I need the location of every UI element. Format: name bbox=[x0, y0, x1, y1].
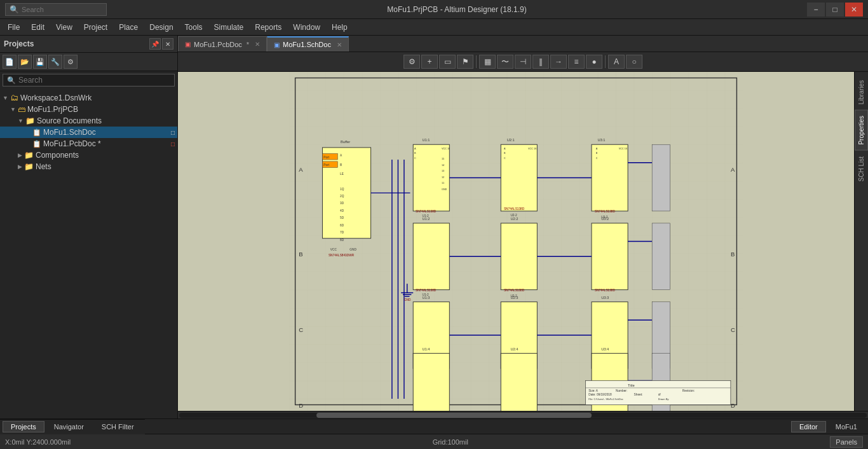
svg-rect-10 bbox=[322, 148, 370, 238]
tree-workspace[interactable]: ▼ 🗂 Workspace1.DsnWrk bbox=[0, 92, 177, 104]
project-label: MoFu1.PrjPCB bbox=[27, 105, 78, 114]
svg-text:GND: GND bbox=[442, 188, 447, 191]
editor-tab-mofu1[interactable]: MoFu1 bbox=[827, 421, 865, 432]
main-layout: Projects 📌 ✕ 📄 📂 💾 🔧 ⚙ 🔍 ▼ 🗂 Workspace1.… bbox=[0, 36, 868, 418]
svg-rect-103 bbox=[652, 144, 670, 211]
svg-text:SN74ALS843DWR: SN74ALS843DWR bbox=[329, 254, 355, 257]
tool-circle[interactable]: ● bbox=[586, 55, 602, 69]
panel-pin-button[interactable]: 📌 bbox=[149, 38, 161, 50]
new-doc-button[interactable]: 📄 bbox=[3, 55, 17, 69]
svg-text:C: C bbox=[731, 326, 735, 333]
menu-window[interactable]: Window bbox=[288, 21, 325, 34]
menu-tools[interactable]: Tools bbox=[180, 21, 208, 34]
svg-text:C: C bbox=[596, 157, 598, 160]
title-search-input[interactable] bbox=[22, 6, 98, 13]
sidebar-tab-properties[interactable]: Properties bbox=[855, 110, 868, 151]
bottom-tab-navigator[interactable]: Navigator bbox=[46, 421, 92, 432]
panel-search-input[interactable] bbox=[18, 76, 170, 85]
svg-text:File: C:\Users\...\MoFu1.SchDo: File: C:\Users\...\MoFu1.SchDoc bbox=[588, 398, 623, 401]
doc-tabs: ▣ MoFu1.PcbDoc * ✕ ▣ MoFu1.SchDoc ✕ bbox=[178, 36, 868, 52]
menu-design[interactable]: Design bbox=[144, 21, 178, 34]
tool-wire[interactable]: 〜 bbox=[497, 55, 513, 69]
close-button[interactable]: ✕ bbox=[845, 3, 863, 17]
svg-text:8D: 8D bbox=[340, 238, 344, 242]
tool-arrow[interactable]: → bbox=[550, 55, 567, 69]
svg-text:U2:4: U2:4 bbox=[510, 347, 518, 351]
schdoc-tab-close[interactable]: ✕ bbox=[337, 41, 342, 48]
pcbdoc-tab-close[interactable]: ✕ bbox=[255, 41, 260, 48]
menu-place[interactable]: Place bbox=[114, 21, 143, 34]
nets-arrow: ▶ bbox=[18, 163, 22, 170]
search-box[interactable]: 🔍 bbox=[3, 74, 175, 86]
svg-text:SN74ALS138D: SN74ALS138D bbox=[416, 210, 437, 213]
tool-parallel[interactable]: ‖ bbox=[532, 55, 549, 69]
svg-text:A: A bbox=[731, 166, 735, 173]
title-bar-search[interactable]: 🔍 bbox=[5, 3, 107, 16]
h-scrollbar-thumb[interactable] bbox=[316, 413, 592, 418]
minimize-button[interactable]: − bbox=[807, 3, 825, 17]
tree-nets[interactable]: ▶ 📁 Nets bbox=[0, 161, 177, 172]
sidebar-tab-libraries[interactable]: Libraries bbox=[855, 74, 868, 110]
tab-schdoc[interactable]: ▣ MoFu1.SchDoc ✕ bbox=[267, 36, 349, 52]
panel-title: Projects bbox=[4, 39, 34, 48]
svg-text:U2:3: U2:3 bbox=[510, 296, 518, 300]
workspace-label: Workspace1.DsnWrk bbox=[20, 93, 92, 102]
tool-bus[interactable]: ⊣ bbox=[515, 55, 531, 69]
menu-view[interactable]: View bbox=[51, 21, 78, 34]
h-scrollbar-track[interactable] bbox=[179, 413, 867, 418]
svg-text:A: A bbox=[299, 166, 303, 173]
menu-reports[interactable]: Reports bbox=[250, 21, 287, 34]
menu-simulate[interactable]: Simulate bbox=[209, 21, 249, 34]
settings-button[interactable]: ⚙ bbox=[64, 55, 78, 69]
svg-text:Title: Title bbox=[628, 383, 635, 387]
tree-project[interactable]: ▼ 🗃 MoFu1.PrjPCB bbox=[0, 104, 177, 115]
workspace-icon: 🗂 bbox=[10, 93, 18, 102]
bottom-tab-projects[interactable]: Projects bbox=[3, 421, 44, 432]
tree-source-documents[interactable]: ▼ 📁 Source Documents bbox=[0, 115, 177, 127]
tool-rect[interactable]: ▭ bbox=[439, 55, 456, 69]
folder-icon: 📁 bbox=[25, 116, 35, 125]
menu-file[interactable]: File bbox=[3, 21, 25, 34]
editor-tab-editor[interactable]: Editor bbox=[791, 421, 826, 432]
tool-grid[interactable]: ▦ bbox=[479, 55, 496, 69]
tree-pcbdoc[interactable]: 📋 MoFu1.PcbDoc * □ bbox=[0, 138, 177, 149]
panels-button[interactable]: Panels bbox=[830, 436, 863, 448]
tab-pcbdoc[interactable]: ▣ MoFu1.PcbDoc * ✕ bbox=[178, 36, 267, 52]
menu-edit[interactable]: Edit bbox=[26, 21, 50, 34]
tool-text[interactable]: A bbox=[608, 55, 625, 69]
left-panel: Projects 📌 ✕ 📄 📂 💾 🔧 ⚙ 🔍 ▼ 🗂 Workspace1.… bbox=[0, 36, 178, 418]
tree-schdoc[interactable]: 📋 MoFu1.SchDoc □ bbox=[0, 127, 177, 138]
menu-project[interactable]: Project bbox=[79, 21, 112, 34]
tree-components[interactable]: ▶ 📁 Components bbox=[0, 149, 177, 161]
tool-flag[interactable]: ⚑ bbox=[457, 55, 473, 69]
tool-add[interactable]: + bbox=[421, 55, 438, 69]
save-button[interactable]: 💾 bbox=[33, 55, 47, 69]
svg-rect-54 bbox=[501, 144, 537, 211]
tool-filter[interactable]: ⚙ bbox=[403, 55, 420, 69]
panel-header: Projects 📌 ✕ bbox=[0, 36, 177, 53]
svg-rect-80 bbox=[592, 223, 628, 290]
tool-oval[interactable]: ○ bbox=[626, 55, 642, 69]
toolbar-divider-2 bbox=[605, 55, 606, 68]
svg-text:A: A bbox=[596, 148, 598, 150]
window-controls: − □ ✕ bbox=[807, 3, 863, 17]
schematic-area[interactable]: A B C D A B C D Buffer Port Port bbox=[178, 72, 854, 411]
svg-text:GND: GND bbox=[349, 248, 356, 251]
svg-text:VCC 16: VCC 16 bbox=[442, 148, 450, 150]
panel-close-button[interactable]: ✕ bbox=[162, 38, 173, 50]
project-icon: 🗃 bbox=[18, 105, 25, 114]
options-button[interactable]: 🔧 bbox=[48, 55, 62, 69]
grid-display: Grid:100mil bbox=[433, 438, 468, 446]
bottom-tab-sch-filter[interactable]: SCH Filter bbox=[93, 421, 142, 432]
sidebar-tab-sch-list[interactable]: SCH List bbox=[855, 151, 868, 187]
status-bar: X:0mil Y:2400.000mil Grid:100mil Panels bbox=[0, 434, 868, 449]
svg-text:U3:3: U3:3 bbox=[601, 296, 609, 300]
svg-rect-44 bbox=[413, 223, 449, 290]
svg-text:B: B bbox=[299, 251, 302, 258]
h-scrollbar[interactable] bbox=[178, 411, 868, 418]
tool-eq[interactable]: ≡ bbox=[568, 55, 585, 69]
menu-help[interactable]: Help bbox=[327, 21, 353, 34]
maximize-button[interactable]: □ bbox=[826, 3, 844, 17]
open-button[interactable]: 📂 bbox=[18, 55, 32, 69]
svg-text:VCC 16: VCC 16 bbox=[528, 148, 536, 150]
